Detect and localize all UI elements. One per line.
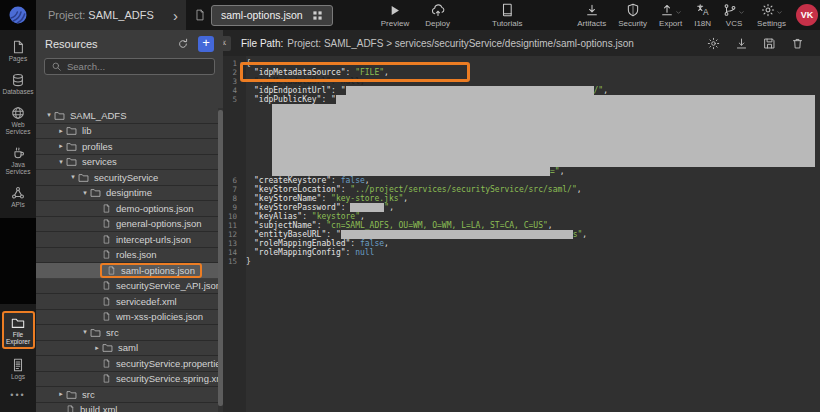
delete-button[interactable] bbox=[791, 37, 804, 50]
download-button[interactable] bbox=[735, 37, 748, 50]
grid-icon[interactable] bbox=[312, 10, 323, 21]
fold-gutter bbox=[237, 176, 246, 185]
resources-panel: Resources + ▾SAML_ADFS▸lib▸profiles▾serv… bbox=[36, 30, 223, 412]
fold-gutter bbox=[237, 239, 246, 248]
tree-item-servicedef-xml[interactable]: servicedef.xml bbox=[36, 294, 218, 310]
line-number bbox=[223, 167, 237, 176]
topbar: Project: SAML_ADFS › saml-options.json P… bbox=[0, 0, 820, 30]
rail-overflow-button[interactable]: ••• bbox=[10, 390, 25, 400]
rail-item-pages[interactable]: Pages bbox=[2, 38, 35, 64]
tree-item-saml-options-json[interactable]: saml-options.json bbox=[36, 263, 218, 279]
deploy-button[interactable]: Deploy bbox=[425, 3, 450, 28]
code-line: =", bbox=[223, 167, 820, 176]
code-line-4: 4"idpEndpointUrl": "/", bbox=[223, 86, 820, 95]
tree-item-build-xml[interactable]: build.xml bbox=[36, 403, 218, 412]
file-path-prefix: File Path: bbox=[241, 38, 283, 49]
fold-gutter bbox=[237, 95, 246, 104]
chevron-collapsed-icon[interactable]: ▸ bbox=[56, 142, 66, 150]
app-logo-icon[interactable] bbox=[0, 0, 36, 30]
deploy-icon bbox=[431, 3, 445, 17]
preview-button[interactable]: Preview bbox=[381, 3, 409, 28]
logs-icon bbox=[11, 358, 25, 372]
export-button[interactable]: Export bbox=[659, 3, 682, 28]
tree-item-profiles[interactable]: ▸profiles bbox=[36, 139, 218, 155]
file-icon bbox=[194, 8, 206, 22]
code-line-6: 6"createKeystore": false, bbox=[223, 176, 820, 185]
redacted-value bbox=[350, 203, 384, 212]
annotation-selected-file: saml-options.json bbox=[100, 263, 202, 278]
chevron-expanded-icon[interactable]: ▾ bbox=[56, 158, 66, 166]
i18n-button[interactable]: AI18N bbox=[694, 3, 711, 28]
rail-item-databases[interactable]: Databases bbox=[2, 71, 35, 97]
tutorials-icon bbox=[500, 3, 514, 17]
line-number: 4 bbox=[223, 86, 237, 95]
chevron-collapsed-icon[interactable]: ▸ bbox=[56, 127, 66, 135]
settings-button[interactable]: Settings bbox=[757, 3, 786, 28]
line-number: 15 bbox=[223, 257, 237, 266]
tree-item-designtime[interactable]: ▾designtime bbox=[36, 186, 218, 202]
search-input[interactable] bbox=[67, 61, 208, 72]
code-line-7: 7"keyStoreLocation": "../project/service… bbox=[223, 185, 820, 194]
editor-settings-button[interactable] bbox=[707, 37, 720, 50]
code-line-13: 13"roleMappingEnabled": false, bbox=[223, 239, 820, 248]
rail-item-file-explorer[interactable]: File Explorer bbox=[2, 311, 35, 349]
project-prefix: Project: bbox=[48, 9, 85, 21]
file-tree: ▾SAML_ADFS▸lib▸profiles▾services▾securit… bbox=[36, 108, 218, 412]
user-avatar[interactable]: VK bbox=[796, 4, 818, 26]
databases-icon bbox=[11, 73, 25, 87]
tree-item-securityservice-spring-xml[interactable]: securityService.spring.xml bbox=[36, 372, 218, 388]
fold-gutter bbox=[237, 77, 246, 86]
rail-item-web-services[interactable]: Web Services bbox=[2, 104, 35, 137]
fold-gutter bbox=[237, 194, 246, 203]
editor-toolbar bbox=[707, 37, 804, 50]
code-line-8: 8"keyStoreName": "key-store.jks", bbox=[223, 194, 820, 203]
chevron-expanded-icon[interactable]: ▾ bbox=[68, 173, 78, 181]
redacted-value bbox=[346, 86, 594, 95]
chevron-collapsed-icon[interactable]: ▸ bbox=[92, 344, 102, 352]
security-button[interactable]: Security bbox=[618, 3, 647, 28]
tutorials-button[interactable]: Tutorials bbox=[492, 3, 522, 28]
tree-item-saml[interactable]: ▸saml bbox=[36, 341, 218, 357]
refresh-icon[interactable] bbox=[177, 38, 189, 50]
pages-icon bbox=[11, 40, 25, 54]
resources-header: Resources + bbox=[36, 30, 223, 57]
chevron-expanded-icon[interactable]: ▾ bbox=[80, 189, 90, 197]
tree-item-wm-xss-policies-json[interactable]: wm-xss-policies.json bbox=[36, 310, 218, 326]
fold-gutter bbox=[237, 221, 246, 230]
tree-item-securityservice[interactable]: ▾securityService bbox=[36, 170, 218, 186]
chevron-down-icon bbox=[738, 9, 745, 16]
add-resource-button[interactable]: + bbox=[198, 36, 214, 52]
tree-item-src[interactable]: ▸src bbox=[36, 387, 218, 403]
tree-item-general-options-json[interactable]: general-options.json bbox=[36, 217, 218, 233]
chevron-expanded-icon[interactable]: ▾ bbox=[80, 328, 90, 336]
tree-item-intercept-urls-json[interactable]: intercept-urls.json bbox=[36, 232, 218, 248]
fold-gutter bbox=[237, 185, 246, 194]
tab-saml-options[interactable]: saml-options.json bbox=[211, 5, 333, 26]
tree-item-services[interactable]: ▾services bbox=[36, 155, 218, 171]
code-line-14: 14"roleMappingConfig": null bbox=[223, 248, 820, 257]
tree-item-securityservice_api-json[interactable]: securityService_API.json bbox=[36, 279, 218, 295]
tree-item-lib[interactable]: ▸lib bbox=[36, 124, 218, 140]
tree-item-roles-json[interactable]: roles.json bbox=[36, 248, 218, 264]
code-editor[interactable]: 1▾{2"idpMetadataSource": "FILE",3"idpMet… bbox=[223, 56, 820, 412]
tree-item-saml_adfs[interactable]: ▾SAML_ADFS bbox=[36, 108, 218, 124]
chevron-collapsed-icon[interactable]: ▸ bbox=[56, 390, 66, 398]
rail-item-logs[interactable]: Logs bbox=[2, 356, 35, 382]
tree-item-securityservice-properties[interactable]: securityService.properties bbox=[36, 356, 218, 372]
vcs-button[interactable]: VCS bbox=[723, 3, 745, 28]
chevron-down-icon bbox=[675, 9, 682, 16]
rail-item-apis[interactable]: APIs bbox=[2, 184, 35, 210]
tree-item-demo-options-json[interactable]: demo-options.json bbox=[36, 201, 218, 217]
artifacts-button[interactable]: Artifacts bbox=[577, 3, 606, 28]
fold-gutter bbox=[237, 257, 246, 266]
rail-item-java-services[interactable]: Java Services bbox=[2, 144, 35, 177]
chevron-down-icon bbox=[776, 9, 783, 16]
search-box bbox=[44, 58, 215, 75]
fold-gutter bbox=[237, 248, 246, 257]
save-button[interactable] bbox=[763, 37, 776, 50]
tree-scrollbar[interactable] bbox=[218, 108, 223, 412]
chevron-expanded-icon[interactable]: ▾ bbox=[44, 111, 54, 119]
fold-caret-icon[interactable]: ▾ bbox=[237, 59, 246, 68]
rail-spacer bbox=[0, 218, 36, 304]
tree-item-src[interactable]: ▾src bbox=[36, 325, 218, 341]
